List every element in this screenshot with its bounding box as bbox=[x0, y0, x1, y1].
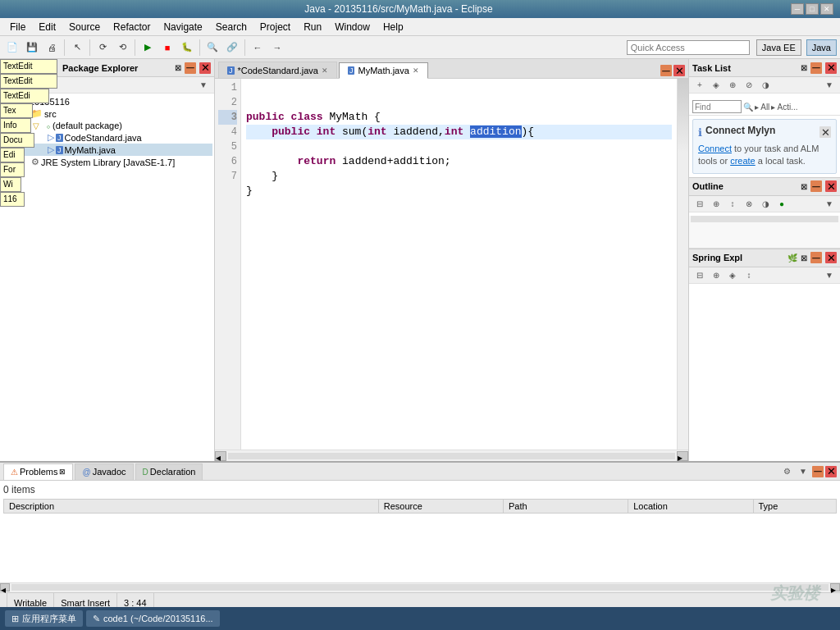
quick-access-input[interactable] bbox=[627, 40, 750, 55]
tab-problems[interactable]: ⚠ Problems ⊠ bbox=[3, 463, 73, 480]
explorer-icon: ⊠ bbox=[175, 63, 181, 72]
editor-hscrollbar[interactable]: ◂ ▸ bbox=[215, 450, 688, 461]
find-input[interactable] bbox=[692, 100, 742, 113]
editor-close[interactable]: ✕ bbox=[673, 65, 685, 76]
tab-mymath-close[interactable]: ✕ bbox=[413, 66, 419, 75]
toolbar-save[interactable]: 💾 bbox=[23, 39, 41, 57]
tasklist-minimize[interactable]: ─ bbox=[810, 62, 822, 74]
tab-declaration[interactable]: D Declaration bbox=[135, 463, 203, 480]
editor-scrollbar[interactable] bbox=[677, 79, 688, 450]
explorer-title: Package Explorer bbox=[62, 63, 171, 73]
tab-javadoc[interactable]: @ Javadoc bbox=[75, 463, 133, 480]
spring-toolbar: ⊟ ⊕ ◈ ↕ ▼ bbox=[689, 267, 840, 284]
spring-btn4[interactable]: ↕ bbox=[742, 268, 756, 281]
menu-source[interactable]: Source bbox=[62, 20, 107, 34]
toolbar-nav-fwd[interactable]: → bbox=[268, 39, 286, 57]
spring-btn1[interactable]: ⊟ bbox=[692, 268, 707, 281]
menu-help[interactable]: Help bbox=[377, 20, 410, 34]
restore-button[interactable]: □ bbox=[806, 3, 819, 15]
tasklist-new[interactable]: + bbox=[692, 79, 707, 92]
create-link[interactable]: create bbox=[730, 156, 756, 166]
toolbar-history2[interactable]: ⟲ bbox=[113, 39, 131, 57]
explorer-close[interactable]: ✕ bbox=[199, 62, 211, 74]
spring-minimize[interactable]: ─ bbox=[810, 252, 822, 263]
line-numbers: 1 2 3 4 5 6 7 bbox=[215, 79, 241, 450]
outline-more[interactable]: ▼ bbox=[822, 197, 837, 210]
taskbar-eclipse[interactable]: ✎ code1 (~/Code/20135116... bbox=[86, 610, 220, 627]
menu-navigate[interactable]: Navigate bbox=[157, 20, 208, 34]
menu-search[interactable]: Search bbox=[209, 20, 253, 34]
tasklist-btn4[interactable]: ◑ bbox=[758, 79, 773, 92]
toolbar-debug[interactable]: 🐛 bbox=[178, 39, 196, 57]
menu-refactor[interactable]: Refactor bbox=[107, 20, 157, 34]
spring-header: Spring Expl 🌿 ⊠ ─ ✕ bbox=[689, 249, 840, 267]
menu-project[interactable]: Project bbox=[253, 20, 297, 34]
explorer-minimize[interactable]: ─ bbox=[185, 62, 196, 74]
close-button[interactable]: ✕ bbox=[820, 3, 833, 15]
tasklist-btn1[interactable]: ◈ bbox=[709, 79, 724, 92]
tab-mymath[interactable]: J MyMath.java ✕ bbox=[339, 62, 428, 79]
problems-options[interactable]: ⚙ bbox=[779, 465, 794, 478]
toolbar-stop[interactable]: ■ bbox=[158, 39, 176, 57]
hscroll-right[interactable]: ▸ bbox=[677, 451, 688, 461]
toolbar-history[interactable]: ⟳ bbox=[94, 39, 112, 57]
outline-btn1[interactable]: ⊟ bbox=[692, 197, 707, 210]
outline-btn2[interactable]: ⊕ bbox=[709, 197, 724, 210]
spring-more[interactable]: ▼ bbox=[822, 268, 837, 281]
menu-window[interactable]: Window bbox=[328, 20, 377, 34]
connect-link[interactable]: Connect bbox=[698, 144, 732, 153]
toolbar-new[interactable]: 📄 bbox=[3, 39, 21, 57]
tasklist-more[interactable]: ▼ bbox=[822, 79, 837, 92]
tab-javadoc-label: Javadoc bbox=[93, 467, 126, 477]
editor-minimize[interactable]: ─ bbox=[660, 65, 672, 76]
toolbar-cursor[interactable]: ↖ bbox=[68, 39, 86, 57]
tasklist-btn3[interactable]: ⊘ bbox=[742, 79, 756, 92]
problems-scroll-left[interactable]: ◂ bbox=[0, 583, 10, 591]
problems-icon: ⚠ bbox=[11, 468, 18, 477]
code-content[interactable]: public class MyMath { public int sum(int… bbox=[241, 79, 677, 450]
perspective-java-ee[interactable]: Java EE bbox=[756, 39, 801, 56]
toolbar-nav-back[interactable]: ← bbox=[249, 39, 267, 57]
perspective-java[interactable]: Java bbox=[806, 39, 837, 56]
tab-codestandard-close[interactable]: ✕ bbox=[322, 66, 328, 75]
spring-btn2[interactable]: ⊕ bbox=[709, 268, 724, 281]
col-type: Type bbox=[753, 500, 837, 514]
tab-mymath-label: MyMath.java bbox=[358, 66, 409, 75]
menu-run[interactable]: Run bbox=[297, 20, 328, 34]
spring-icon: 🌿 bbox=[788, 253, 797, 262]
outline-btn5[interactable]: ◑ bbox=[758, 197, 773, 210]
title-bar: Java - 20135116/src/MyMath.java - Eclips… bbox=[0, 0, 840, 18]
tasklist-btn2[interactable]: ⊕ bbox=[725, 79, 740, 92]
spring-close[interactable]: ✕ bbox=[825, 252, 837, 263]
tab-problems-icon: ⊠ bbox=[59, 468, 66, 476]
outline-btn4[interactable]: ⊗ bbox=[742, 197, 756, 210]
spring-btn3[interactable]: ◈ bbox=[725, 268, 740, 281]
tab-codestandard[interactable]: J *CodeStandard.java ✕ bbox=[218, 62, 337, 78]
menu-file[interactable]: File bbox=[3, 20, 32, 34]
mylyn-close[interactable]: ✕ bbox=[819, 126, 831, 138]
toolbar-search[interactable]: 🔍 bbox=[203, 39, 221, 57]
menu-edit[interactable]: Edit bbox=[32, 20, 62, 34]
filter-btn[interactable]: ▼ bbox=[196, 79, 211, 92]
outline-btn3[interactable]: ↕ bbox=[725, 197, 740, 210]
taskbar-app-menu[interactable]: ⊞ 应用程序菜单 bbox=[5, 610, 83, 627]
problems-hscrollbar[interactable]: ◂ ▸ bbox=[0, 582, 840, 592]
find-all[interactable]: ▸ All bbox=[755, 103, 769, 112]
minimize-button[interactable]: ─ bbox=[791, 3, 804, 15]
col-resource: Resource bbox=[378, 500, 503, 514]
tasklist-close[interactable]: ✕ bbox=[825, 62, 837, 74]
hscroll-left[interactable]: ◂ bbox=[215, 451, 226, 461]
outline-minimize[interactable]: ─ bbox=[810, 180, 822, 192]
find-icon[interactable]: 🔍 bbox=[743, 103, 753, 112]
problems-minimize[interactable]: ─ bbox=[812, 466, 824, 477]
find-acti[interactable]: ▸ Acti... bbox=[771, 103, 797, 112]
outline-close[interactable]: ✕ bbox=[825, 180, 837, 192]
outline-btn6[interactable]: ● bbox=[774, 197, 789, 210]
toolbar-run[interactable]: ▶ bbox=[139, 39, 157, 57]
find-bar: 🔍 ▸ All ▸ Acti... bbox=[689, 98, 840, 116]
problems-close[interactable]: ✕ bbox=[825, 466, 837, 477]
tasklist-title: Task List bbox=[692, 63, 797, 73]
toolbar-refs[interactable]: 🔗 bbox=[223, 39, 241, 57]
toolbar-print[interactable]: 🖨 bbox=[43, 39, 61, 57]
problems-menu[interactable]: ▼ bbox=[796, 465, 810, 478]
